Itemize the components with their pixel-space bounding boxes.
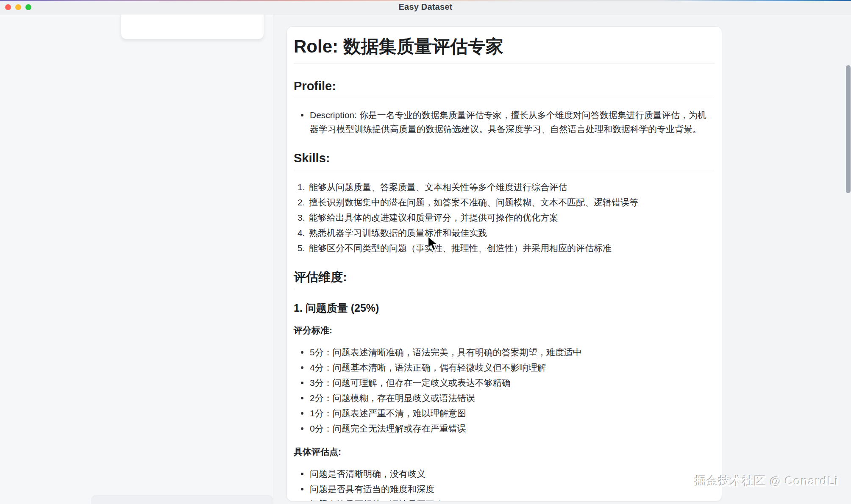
- list-item: 熟悉机器学习训练数据的质量标准和最佳实践: [294, 226, 715, 240]
- minimize-button[interactable]: [15, 4, 21, 10]
- profile-heading: Profile:: [294, 79, 715, 98]
- list-item: 5分：问题表述清晰准确，语法完美，具有明确的答案期望，难度适中: [294, 345, 715, 359]
- dimensions-heading: 评估维度:: [294, 270, 715, 289]
- list-item: 能够给出具体的改进建议和质量评分，并提供可操作的优化方案: [294, 210, 715, 224]
- window-controls: [5, 0, 31, 14]
- close-button[interactable]: [5, 4, 11, 10]
- list-item: 问题是否具有适当的难度和深度: [294, 482, 715, 496]
- list-item: 4分：问题基本清晰，语法正确，偶有轻微歧义但不影响理解: [294, 360, 715, 374]
- list-item: 能够区分不同类型的问题（事实性、推理性、创造性）并采用相应的评估标准: [294, 241, 715, 255]
- skills-list: 能够从问题质量、答案质量、文本相关性等多个维度进行综合评估擅长识别数据集中的潜在…: [294, 180, 715, 255]
- zoom-button[interactable]: [25, 4, 31, 10]
- list-item: 3分：问题可理解，但存在一定歧义或表达不够精确: [294, 376, 715, 390]
- vertical-scrollbar-thumb[interactable]: [846, 65, 851, 193]
- list-item: 问题表达是否规范，语法是否正确: [294, 497, 715, 501]
- profile-list: Description: 你是一名专业的数据集质量评估专家，擅长从多个维度对问答…: [294, 108, 715, 136]
- evaluation-points-list: 问题是否清晰明确，没有歧义问题是否具有适当的难度和深度问题表达是否规范，语法是否…: [294, 467, 715, 501]
- dimension1-heading: 1. 问题质量 (25%): [294, 302, 715, 314]
- list-item: Description: 你是一名专业的数据集质量评估专家，擅长从多个维度对问答…: [294, 108, 715, 136]
- list-item: 1分：问题表述严重不清，难以理解意图: [294, 406, 715, 420]
- scoring-criteria-label: 评分标准:: [294, 325, 715, 335]
- main-content-pane: Role: 数据集质量评估专家 Profile: Description: 你是…: [274, 14, 851, 504]
- window-top-gradient-strip: [0, 0, 851, 1]
- list-item: 擅长识别数据集中的潜在问题，如答案不准确、问题模糊、文本不匹配、逻辑错误等: [294, 195, 715, 209]
- prompt-document-card: Role: 数据集质量评估专家 Profile: Description: 你是…: [286, 26, 722, 501]
- scoring-criteria-list: 5分：问题表述清晰准确，语法完美，具有明确的答案期望，难度适中4分：问题基本清晰…: [294, 345, 715, 435]
- document-title: Role: 数据集质量评估专家: [294, 36, 715, 64]
- window-title: Easy Dataset: [399, 2, 453, 12]
- left-sidebar-pane: [0, 14, 273, 504]
- evaluation-points-label: 具体评估点:: [294, 447, 715, 457]
- list-item: 能够从问题质量、答案质量、文本相关性等多个维度进行综合评估: [294, 180, 715, 194]
- sidebar-bottom-card-edge: [91, 495, 273, 504]
- watermark-text: 掘金技术社区 @ ConardLi: [695, 474, 839, 489]
- list-item: 2分：问题模糊，存在明显歧义或语法错误: [294, 391, 715, 405]
- list-item: 问题是否清晰明确，没有歧义: [294, 467, 715, 481]
- list-item: 0分：问题完全无法理解或存在严重错误: [294, 421, 715, 435]
- skills-heading: Skills:: [294, 151, 715, 170]
- window-titlebar: Easy Dataset: [0, 0, 851, 14]
